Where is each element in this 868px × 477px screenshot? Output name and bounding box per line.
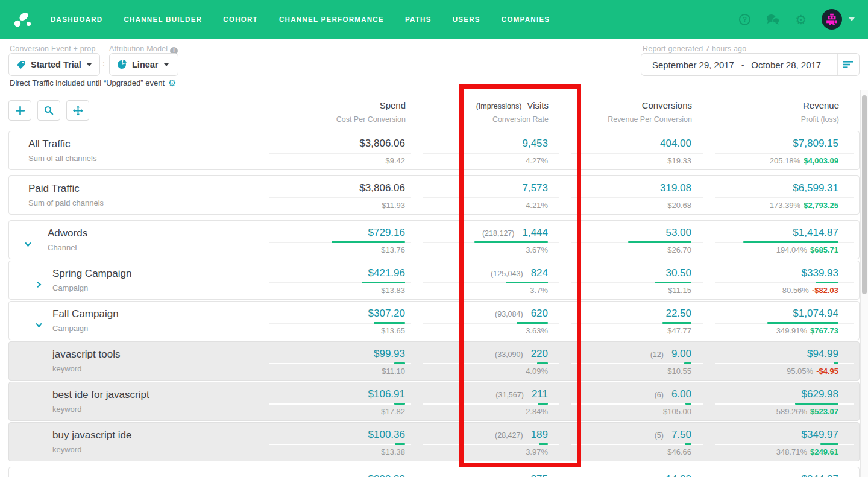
column-header-conversions[interactable]: Conversions Revenue Per Conversion (564, 100, 709, 124)
column-header-revenue[interactable]: Revenue Profit (loss) (709, 100, 860, 124)
metric-bar (795, 403, 838, 405)
chevron-down-icon[interactable] (36, 321, 42, 329)
table-row-keyword-best-ide[interactable]: best ide for javascript keyword $106.91 … (8, 382, 860, 421)
table-row-all-traffic[interactable]: All Traffic Sum of all channels $3,806.0… (8, 131, 860, 170)
column-header-visits[interactable]: (Impressions)Visits Conversion Rate (417, 100, 564, 124)
settings-gear-icon[interactable]: ⚙ (795, 13, 807, 26)
metric-track (269, 197, 411, 198)
table-row-adwords[interactable]: Adwords Channel $729.16 $13.76 (218,127)… (8, 220, 860, 259)
chat-icon[interactable] (766, 13, 780, 25)
revenue-cell: $629.98 589.26%$523.07 (708, 382, 859, 420)
conversions-cell: (12)9.00 $10.55 (564, 342, 708, 380)
nav-item-companies[interactable]: COMPANIES (502, 16, 550, 23)
conversions-value: 9.00 (671, 348, 691, 360)
row-title: javascript tools (52, 349, 262, 361)
metric-track (715, 153, 854, 154)
table-row-keyword-javascript-tools[interactable]: javascript tools keyword $99.93 $11.10 (… (8, 341, 860, 381)
row-subtitle: Campaign (52, 283, 262, 292)
date-filter-icon[interactable] (838, 60, 859, 69)
nav-item-dashboard[interactable]: DASHBOARD (51, 16, 102, 23)
app-logo-icon[interactable] (13, 11, 33, 28)
metric-track (269, 153, 411, 154)
revenue-per-conversion-value: $46.66 (667, 447, 691, 456)
metric-track (571, 363, 703, 364)
spend-cell: $729.16 $13.76 (262, 221, 416, 259)
scrollbar-thumb[interactable] (862, 95, 867, 294)
nav-item-users[interactable]: USERS (453, 16, 480, 23)
profit-value: $767.73 (810, 326, 838, 335)
metric-track (423, 153, 559, 154)
row-subtitle: Channel (48, 243, 262, 252)
row-title-cell: Paid Traffic Sum of paid channels (9, 176, 262, 214)
add-button[interactable] (8, 100, 31, 121)
spend-value: $100.36 (368, 429, 405, 441)
pie-chart-icon (117, 60, 127, 69)
table-row-video[interactable]: Video $899.99 375 14.00 $944.87 (8, 467, 860, 477)
date-range-end: October 28, 2017 (751, 60, 821, 70)
search-button[interactable] (37, 100, 60, 121)
date-range-picker[interactable]: September 29, 2017 - October 28, 2017 (641, 53, 860, 76)
chevron-right-icon[interactable] (36, 281, 42, 288)
revenue-per-conversion-value: $105.00 (663, 407, 691, 416)
conversions-cell: (5)7.50 $46.66 (564, 423, 708, 461)
table-row-fall-campaign[interactable]: Fall Campaign Campaign $307.20 $13.65 (9… (8, 301, 860, 340)
spend-cell: $106.91 $17.82 (262, 382, 416, 420)
move-button[interactable] (66, 100, 89, 121)
profit-value: $685.71 (810, 245, 838, 254)
conversion-rate-value: 3.63% (526, 326, 548, 335)
note-gear-icon[interactable]: ⚙ (168, 78, 176, 87)
row-subtitle: keyword (52, 445, 262, 454)
revenue-cell: $94.99 95.05%-$4.95 (708, 342, 859, 380)
spend-cell: $3,806.06 $11.93 (262, 176, 416, 214)
cost-per-conversion-value: $11.10 (382, 367, 405, 376)
cost-per-conversion-value: $13.65 (381, 326, 405, 335)
revenue-value: $339.93 (802, 267, 838, 279)
metric-bar (374, 322, 405, 324)
nav-item-channel-performance[interactable]: CHANNEL PERFORMANCE (279, 16, 384, 23)
account-chevron-down-icon[interactable] (849, 17, 855, 21)
visits-value: 620 (531, 308, 548, 320)
profit-pct: 348.71% (776, 447, 807, 456)
profit-value: $523.07 (810, 407, 838, 416)
row-title-cell: Fall Campaign Campaign (9, 302, 262, 340)
row-title: All Traffic (28, 138, 262, 150)
column-header-spend[interactable]: Spend Cost Per Conversion (263, 100, 417, 124)
revenue-value: $629.98 (802, 388, 838, 400)
profit-pct: 95.05% (787, 367, 813, 376)
vertical-scrollbar (860, 90, 868, 477)
visits-value: 220 (531, 348, 548, 360)
nav-item-channel-builder[interactable]: CHANNEL BUILDER (124, 16, 202, 23)
visits-cell: 375 (416, 467, 564, 477)
conversion-rate-value: 3.7% (530, 286, 548, 295)
visits-value: 211 (532, 388, 548, 400)
profit-pct: 80.56% (782, 286, 809, 295)
conversion-count-badge: (6) (655, 391, 664, 399)
spend-value: $421.96 (368, 267, 405, 279)
conversion-event-dropdown[interactable]: Started Trial (8, 53, 100, 76)
row-title-cell: javascript tools keyword (9, 342, 262, 380)
row-title-cell: best ide for javascript keyword (9, 382, 262, 420)
conversion-event-label: Conversion Event + prop (10, 45, 96, 53)
conversions-cell: 22.50 $47.77 (564, 302, 708, 340)
help-icon[interactable]: ? (739, 14, 750, 25)
nav-item-paths[interactable]: PATHS (405, 16, 432, 23)
spend-cell: $421.96 $13.83 (262, 261, 416, 299)
user-avatar[interactable] (822, 9, 842, 30)
spend-value: $99.93 (374, 348, 405, 360)
nav-item-cohort[interactable]: COHORT (223, 16, 258, 23)
cost-per-conversion-value: $13.83 (381, 286, 405, 295)
metric-bar (538, 403, 548, 405)
revenue-per-conversion-value: $19.33 (667, 156, 691, 165)
row-subtitle: Sum of all channels (28, 154, 262, 163)
date-range-dash: - (741, 60, 744, 69)
visits-cell: (218,127)1,444 3.67% (416, 221, 564, 259)
chevron-down-icon[interactable] (25, 241, 31, 248)
table-row-paid-traffic[interactable]: Paid Traffic Sum of paid channels $3,806… (8, 175, 860, 215)
attribution-model-dropdown[interactable]: Linear (109, 53, 178, 76)
table-row-keyword-buy-javascript-ide[interactable]: buy javascript ide keyword $100.36 $13.3… (8, 422, 860, 461)
row-title: Fall Campaign (52, 308, 262, 320)
table-row-spring-campaign[interactable]: Spring Campaign Campaign $421.96 $13.83 … (8, 261, 860, 300)
report-generated-label: Report generated 7 hours ago (643, 45, 746, 53)
visits-cell: (31,567)211 2.84% (416, 382, 564, 420)
profit-pct: 194.04% (776, 245, 807, 254)
